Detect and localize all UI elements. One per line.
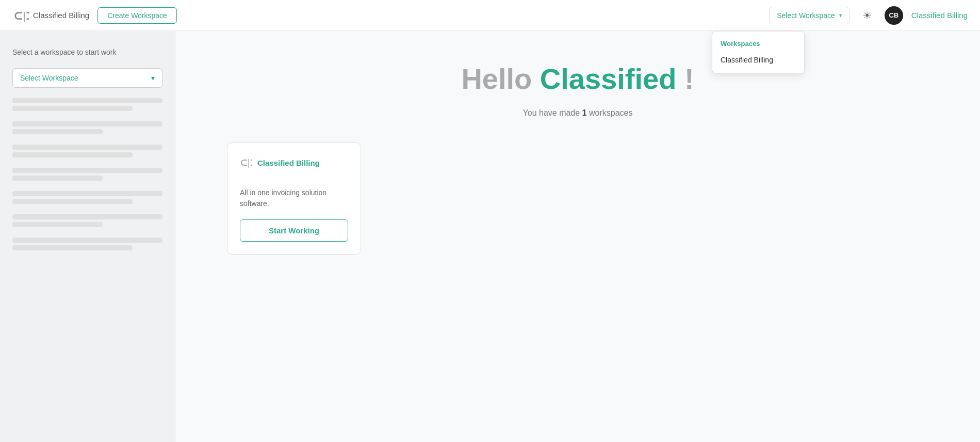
dropdown-workspace-item[interactable]: Classified Billing: [712, 51, 804, 69]
skeleton-loader-3: [12, 145, 162, 157]
sun-icon: ☀: [862, 9, 872, 22]
skeleton-row: [12, 214, 162, 227]
hello-subtitle: You have made 1 workspaces: [423, 102, 732, 118]
skeleton-line: [12, 245, 133, 250]
svg-text:⊂|⊃: ⊂|⊃: [13, 9, 29, 22]
header-right-section: Select Workspace ▾ ☀ CB Classified Billi…: [769, 6, 968, 25]
skeleton-row: [12, 191, 162, 204]
skeleton-loader-7: [12, 238, 162, 250]
sidebar-select-workspace-button[interactable]: Select Workspace ▾: [12, 68, 162, 88]
skeleton-loader-6: [12, 214, 162, 227]
workspace-dropdown-menu: Workspaces Classified Billing: [712, 31, 805, 74]
skeleton-row: [12, 238, 162, 250]
skeleton-line: [12, 238, 162, 243]
skeleton-row: [12, 98, 162, 111]
skeleton-loader-4: [12, 168, 162, 181]
skeleton-line: [12, 199, 133, 204]
card-workspace-name: Classified Billing: [257, 159, 320, 167]
hello-section: Hello Classified ! You have made 1 works…: [196, 62, 959, 118]
skeleton-line: [12, 98, 162, 103]
card-logo-icon: ⊂|⊃: [240, 155, 252, 170]
skeleton-line: [12, 214, 162, 219]
username-label[interactable]: Classified Billing: [911, 11, 968, 20]
select-workspace-dropdown-button[interactable]: Select Workspace ▾: [769, 7, 850, 24]
subtitle-suffix: workspaces: [587, 108, 633, 117]
main-layout: Select a workspace to start work Select …: [0, 31, 980, 442]
avatar-initials: CB: [889, 11, 899, 19]
sidebar-chevron-icon: ▾: [151, 74, 155, 82]
brand-logo-icon: ⊂|⊃: [12, 7, 29, 24]
skeleton-line: [12, 145, 162, 150]
brand-name: Classified Billing: [33, 11, 89, 20]
dropdown-section-label: Workspaces: [712, 36, 804, 51]
create-workspace-button[interactable]: Create Workspace: [97, 7, 177, 24]
theme-toggle-button[interactable]: ☀: [858, 6, 876, 25]
skeleton-line: [12, 121, 162, 127]
skeleton-row: [12, 168, 162, 181]
workspace-card: ⊂|⊃ Classified Billing All in one invoic…: [227, 143, 361, 255]
skeleton-line: [12, 168, 162, 173]
skeleton-loader-1: [12, 98, 162, 111]
skeleton-line: [12, 106, 133, 111]
skeleton-line: [12, 129, 103, 134]
hello-title: Hello Classified !: [461, 62, 694, 96]
sidebar: Select a workspace to start work Select …: [0, 31, 175, 442]
subtitle-prefix: You have made: [523, 108, 582, 117]
skeleton-row: [12, 121, 162, 134]
workspace-count: 1: [582, 108, 587, 117]
svg-text:⊂|⊃: ⊂|⊃: [240, 157, 252, 168]
skeleton-loader-5: [12, 191, 162, 204]
chevron-down-icon: ▾: [839, 12, 842, 18]
skeleton-loader-2: [12, 121, 162, 134]
hello-name: Classified: [540, 62, 677, 95]
skeleton-line: [12, 176, 103, 181]
card-header: ⊂|⊃ Classified Billing: [240, 155, 348, 179]
card-description: All in one invoicing solution software.: [240, 187, 348, 209]
hello-exclaim: !: [676, 62, 694, 95]
avatar[interactable]: CB: [885, 6, 903, 25]
start-working-button[interactable]: Start Working: [240, 219, 348, 242]
skeleton-row: [12, 145, 162, 157]
sidebar-select-label: Select Workspace: [20, 74, 78, 82]
skeleton-line: [12, 222, 103, 227]
hello-static-text: Hello: [461, 62, 540, 95]
skeleton-line: [12, 152, 133, 157]
app-header: ⊂|⊃ Classified Billing Create Workspace …: [0, 0, 980, 31]
skeleton-line: [12, 191, 162, 196]
main-content: Hello Classified ! You have made 1 works…: [175, 31, 980, 442]
select-workspace-label: Select Workspace: [777, 11, 835, 20]
brand-logo[interactable]: ⊂|⊃ Classified Billing: [12, 7, 89, 24]
sidebar-description: Select a workspace to start work: [12, 48, 162, 58]
